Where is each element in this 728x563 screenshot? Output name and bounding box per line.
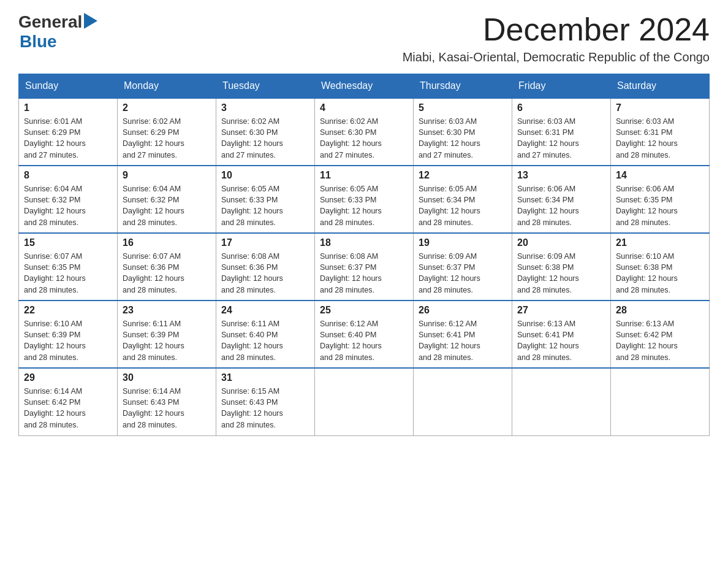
day-number: 2 xyxy=(123,102,211,113)
calendar-day-cell: 14 Sunrise: 6:06 AM Sunset: 6:35 PM Dayl… xyxy=(611,166,710,233)
day-info: Sunrise: 6:10 AM Sunset: 6:38 PM Dayligh… xyxy=(616,251,704,296)
calendar-day-cell: 5 Sunrise: 6:03 AM Sunset: 6:30 PM Dayli… xyxy=(414,98,512,166)
calendar-day-cell: 11 Sunrise: 6:05 AM Sunset: 6:33 PM Dayl… xyxy=(315,166,414,233)
calendar-day-cell xyxy=(414,368,512,435)
location-subtitle: Miabi, Kasai-Oriental, Democratic Republ… xyxy=(403,50,710,64)
day-number: 1 xyxy=(24,102,112,113)
calendar-day-cell: 15 Sunrise: 6:07 AM Sunset: 6:35 PM Dayl… xyxy=(19,233,118,301)
day-number: 27 xyxy=(517,305,605,316)
day-info: Sunrise: 6:11 AM Sunset: 6:39 PM Dayligh… xyxy=(123,318,211,363)
day-number: 10 xyxy=(221,170,309,181)
day-info: Sunrise: 6:12 AM Sunset: 6:41 PM Dayligh… xyxy=(419,318,507,363)
day-number: 16 xyxy=(123,237,211,248)
day-number: 23 xyxy=(123,305,211,316)
day-info: Sunrise: 6:05 AM Sunset: 6:33 PM Dayligh… xyxy=(320,183,408,228)
calendar-day-cell xyxy=(315,368,414,435)
calendar-day-cell: 2 Sunrise: 6:02 AM Sunset: 6:29 PM Dayli… xyxy=(118,98,216,166)
day-number: 5 xyxy=(419,102,507,113)
day-info: Sunrise: 6:08 AM Sunset: 6:37 PM Dayligh… xyxy=(320,251,408,296)
calendar-table: Sunday Monday Tuesday Wednesday Thursday… xyxy=(18,74,710,436)
calendar-day-cell: 24 Sunrise: 6:11 AM Sunset: 6:40 PM Dayl… xyxy=(216,301,315,368)
day-number: 4 xyxy=(320,102,408,113)
day-info: Sunrise: 6:03 AM Sunset: 6:31 PM Dayligh… xyxy=(517,116,605,161)
calendar-day-cell: 31 Sunrise: 6:15 AM Sunset: 6:43 PM Dayl… xyxy=(216,368,315,435)
day-info: Sunrise: 6:12 AM Sunset: 6:40 PM Dayligh… xyxy=(320,318,408,363)
day-info: Sunrise: 6:01 AM Sunset: 6:29 PM Dayligh… xyxy=(24,116,112,161)
header-friday: Friday xyxy=(512,74,611,99)
calendar-day-cell: 26 Sunrise: 6:12 AM Sunset: 6:41 PM Dayl… xyxy=(414,301,512,368)
day-number: 7 xyxy=(616,102,704,113)
day-number: 30 xyxy=(123,372,211,383)
day-info: Sunrise: 6:15 AM Sunset: 6:43 PM Dayligh… xyxy=(221,386,309,431)
calendar-day-cell: 13 Sunrise: 6:06 AM Sunset: 6:34 PM Dayl… xyxy=(512,166,611,233)
day-info: Sunrise: 6:07 AM Sunset: 6:35 PM Dayligh… xyxy=(24,251,112,296)
calendar-day-cell: 22 Sunrise: 6:10 AM Sunset: 6:39 PM Dayl… xyxy=(19,301,118,368)
calendar-day-cell: 9 Sunrise: 6:04 AM Sunset: 6:32 PM Dayli… xyxy=(118,166,216,233)
calendar-day-cell: 28 Sunrise: 6:13 AM Sunset: 6:42 PM Dayl… xyxy=(611,301,710,368)
day-info: Sunrise: 6:02 AM Sunset: 6:29 PM Dayligh… xyxy=(123,116,211,161)
day-info: Sunrise: 6:14 AM Sunset: 6:43 PM Dayligh… xyxy=(123,386,211,431)
day-number: 3 xyxy=(221,102,309,113)
day-info: Sunrise: 6:06 AM Sunset: 6:34 PM Dayligh… xyxy=(517,183,605,228)
day-number: 12 xyxy=(419,170,507,181)
calendar-day-cell: 30 Sunrise: 6:14 AM Sunset: 6:43 PM Dayl… xyxy=(118,368,216,435)
day-number: 19 xyxy=(419,237,507,248)
day-number: 20 xyxy=(517,237,605,248)
header-wednesday: Wednesday xyxy=(315,74,414,99)
day-info: Sunrise: 6:04 AM Sunset: 6:32 PM Dayligh… xyxy=(24,183,112,228)
calendar-day-cell: 6 Sunrise: 6:03 AM Sunset: 6:31 PM Dayli… xyxy=(512,98,611,166)
logo-blue-text: Blue xyxy=(20,32,57,52)
day-info: Sunrise: 6:05 AM Sunset: 6:34 PM Dayligh… xyxy=(419,183,507,228)
calendar-week-row: 29 Sunrise: 6:14 AM Sunset: 6:42 PM Dayl… xyxy=(19,368,710,435)
day-info: Sunrise: 6:13 AM Sunset: 6:42 PM Dayligh… xyxy=(616,318,704,363)
header-tuesday: Tuesday xyxy=(216,74,315,99)
day-number: 18 xyxy=(320,237,408,248)
day-info: Sunrise: 6:04 AM Sunset: 6:32 PM Dayligh… xyxy=(123,183,211,228)
calendar-day-cell xyxy=(512,368,611,435)
calendar-day-cell: 25 Sunrise: 6:12 AM Sunset: 6:40 PM Dayl… xyxy=(315,301,414,368)
calendar-day-cell: 7 Sunrise: 6:03 AM Sunset: 6:31 PM Dayli… xyxy=(611,98,710,166)
day-number: 24 xyxy=(221,305,309,316)
day-info: Sunrise: 6:11 AM Sunset: 6:40 PM Dayligh… xyxy=(221,318,309,363)
calendar-day-cell: 4 Sunrise: 6:02 AM Sunset: 6:30 PM Dayli… xyxy=(315,98,414,166)
calendar-day-cell: 23 Sunrise: 6:11 AM Sunset: 6:39 PM Dayl… xyxy=(118,301,216,368)
day-info: Sunrise: 6:03 AM Sunset: 6:31 PM Dayligh… xyxy=(616,116,704,161)
calendar-week-row: 1 Sunrise: 6:01 AM Sunset: 6:29 PM Dayli… xyxy=(19,98,710,166)
weekday-header-row: Sunday Monday Tuesday Wednesday Thursday… xyxy=(19,74,710,99)
day-info: Sunrise: 6:13 AM Sunset: 6:41 PM Dayligh… xyxy=(517,318,605,363)
header-sunday: Sunday xyxy=(19,74,118,99)
page-header: General Blue December 2024 Miabi, Kasai-… xyxy=(18,12,710,64)
day-info: Sunrise: 6:03 AM Sunset: 6:30 PM Dayligh… xyxy=(419,116,507,161)
day-number: 28 xyxy=(616,305,704,316)
day-number: 22 xyxy=(24,305,112,316)
day-number: 8 xyxy=(24,170,112,181)
day-info: Sunrise: 6:02 AM Sunset: 6:30 PM Dayligh… xyxy=(221,116,309,161)
calendar-day-cell: 27 Sunrise: 6:13 AM Sunset: 6:41 PM Dayl… xyxy=(512,301,611,368)
calendar-day-cell: 3 Sunrise: 6:02 AM Sunset: 6:30 PM Dayli… xyxy=(216,98,315,166)
day-number: 13 xyxy=(517,170,605,181)
month-year-title: December 2024 xyxy=(403,12,710,47)
day-number: 6 xyxy=(517,102,605,113)
logo-general-text: General xyxy=(18,12,82,32)
day-number: 31 xyxy=(221,372,309,383)
day-number: 17 xyxy=(221,237,309,248)
calendar-day-cell: 16 Sunrise: 6:07 AM Sunset: 6:36 PM Dayl… xyxy=(118,233,216,301)
day-number: 9 xyxy=(123,170,211,181)
calendar-day-cell: 8 Sunrise: 6:04 AM Sunset: 6:32 PM Dayli… xyxy=(19,166,118,233)
calendar-day-cell: 18 Sunrise: 6:08 AM Sunset: 6:37 PM Dayl… xyxy=(315,233,414,301)
calendar-day-cell: 20 Sunrise: 6:09 AM Sunset: 6:38 PM Dayl… xyxy=(512,233,611,301)
calendar-week-row: 8 Sunrise: 6:04 AM Sunset: 6:32 PM Dayli… xyxy=(19,166,710,233)
logo-triangle-icon xyxy=(84,13,97,29)
day-info: Sunrise: 6:10 AM Sunset: 6:39 PM Dayligh… xyxy=(24,318,112,363)
header-thursday: Thursday xyxy=(414,74,512,99)
day-info: Sunrise: 6:09 AM Sunset: 6:37 PM Dayligh… xyxy=(419,251,507,296)
calendar-day-cell: 29 Sunrise: 6:14 AM Sunset: 6:42 PM Dayl… xyxy=(19,368,118,435)
day-info: Sunrise: 6:08 AM Sunset: 6:36 PM Dayligh… xyxy=(221,251,309,296)
calendar-day-cell: 21 Sunrise: 6:10 AM Sunset: 6:38 PM Dayl… xyxy=(611,233,710,301)
day-number: 11 xyxy=(320,170,408,181)
day-info: Sunrise: 6:09 AM Sunset: 6:38 PM Dayligh… xyxy=(517,251,605,296)
day-number: 25 xyxy=(320,305,408,316)
calendar-day-cell: 17 Sunrise: 6:08 AM Sunset: 6:36 PM Dayl… xyxy=(216,233,315,301)
header-monday: Monday xyxy=(118,74,216,99)
title-section: December 2024 Miabi, Kasai-Oriental, Dem… xyxy=(403,12,710,64)
